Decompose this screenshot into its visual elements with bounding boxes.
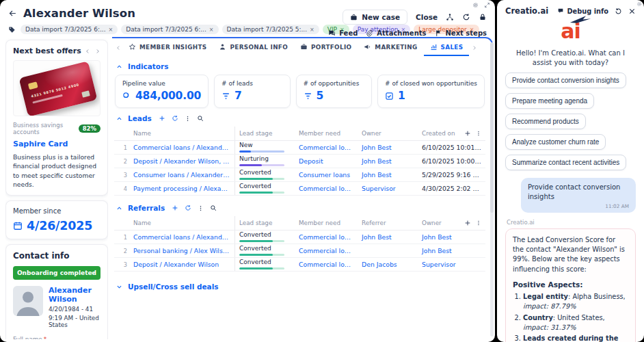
chevron-up-icon[interactable] (116, 116, 122, 122)
record-name-link[interactable]: Commercial loans / Alexander Wilson, Alp… (129, 233, 234, 241)
record-name-link[interactable]: Deposit / Alexander Wilson, Alpha Busine… (129, 157, 234, 165)
tab-portfolio[interactable]: PORTFOLIO (294, 39, 358, 56)
section-title-indicators[interactable]: Indicators (128, 62, 168, 70)
record-name-link[interactable]: Consumer loans / Alexander Wilson, Alpha… (129, 171, 234, 179)
section-title-leads[interactable]: Leads (128, 114, 152, 122)
debug-info-button[interactable]: Debug info (557, 8, 608, 15)
gear-icon[interactable] (636, 1, 642, 7)
plus-icon[interactable] (172, 205, 178, 211)
tabs-scroll-right-icon[interactable] (472, 45, 477, 51)
tag-pill[interactable]: Data import 7/3/2025 5:...× (222, 25, 319, 34)
ai-message-p1: The Lead Conversion Score for the contac… (513, 235, 628, 274)
table-row[interactable]: 1Commercial loans / Alexander Wilson, Al… (114, 141, 485, 155)
tag-close-icon[interactable]: × (310, 27, 314, 33)
kebab-icon[interactable] (476, 220, 481, 226)
chevron-down-icon[interactable] (116, 284, 122, 290)
referrer-link[interactable]: John Best (358, 233, 418, 241)
owner-link[interactable]: John Best (418, 233, 485, 241)
refresh-icon[interactable] (462, 13, 470, 21)
tag-pill[interactable]: Data import 7/3/2025 6:...× (121, 25, 218, 34)
suggestion-chip[interactable]: Recommend products (505, 114, 586, 129)
member-need-link[interactable]: Commercial loans (295, 185, 358, 192)
scrollbar[interactable] (490, 42, 494, 337)
tabs-scroll-left-icon[interactable] (116, 45, 121, 51)
plus-icon[interactable] (464, 130, 471, 137)
refresh-icon[interactable] (172, 115, 178, 122)
search-icon[interactable] (197, 115, 204, 122)
chevron-left-icon[interactable] (85, 49, 90, 54)
suggestion-chip[interactable]: Prepare meeting agenda (505, 93, 594, 109)
offer-product-link[interactable]: Saphire Card (13, 140, 100, 148)
referrer-link[interactable]: Den Jacobs (358, 261, 418, 268)
table-row[interactable]: 1Commercial loans / Alexander Wilson, Al… (114, 231, 485, 244)
plus-icon[interactable] (159, 115, 165, 122)
table-row[interactable]: 2Deposit / Alexander Wilson, Alpha Busin… (114, 155, 485, 168)
gear-icon[interactable] (472, 2, 479, 8)
tab-personal-info[interactable]: PERSONAL INFO (213, 39, 294, 56)
row-number-header (114, 220, 129, 226)
indicator-number: 1 (398, 90, 405, 102)
owner-link[interactable]: John Best (358, 144, 418, 151)
record-name-link[interactable]: Personal banking / Alex Wilson, Alpha Bu… (129, 247, 234, 254)
tag-close-icon[interactable]: × (340, 27, 345, 33)
chevron-up-icon[interactable] (116, 205, 122, 211)
next-steps-button[interactable]: Next steps (435, 29, 487, 37)
table-row[interactable]: 2Personal banking / Alex Wilson, Alpha B… (114, 244, 485, 258)
member-need-link[interactable]: Commercial loans (295, 233, 358, 241)
column-header: Lead stage (234, 216, 295, 230)
contact-name-link[interactable]: Alexander Wilson (49, 286, 100, 304)
tab-member-insights[interactable]: MEMBER INSIGHTS (122, 39, 213, 56)
chevron-right-icon[interactable] (95, 49, 100, 54)
refresh-icon[interactable] (185, 205, 191, 211)
tag-close-icon[interactable]: × (401, 27, 406, 33)
tab-marketing[interactable]: MARKETING (358, 39, 423, 56)
owner-link[interactable]: Supervisor (358, 185, 418, 192)
tag-close-icon[interactable]: × (470, 27, 474, 33)
column-header-label: Member need (299, 130, 340, 137)
ai-item-impact: impact: 31.37% (523, 324, 576, 331)
member-need-link[interactable]: Commercial loans (295, 261, 358, 268)
suggestion-chip[interactable]: Provide contact conversion insights (505, 73, 626, 88)
search-icon[interactable] (210, 205, 217, 211)
member-need-link[interactable]: Commercial loans (295, 247, 358, 254)
hierarchy-icon[interactable] (446, 13, 454, 21)
tag-close-icon[interactable]: × (109, 27, 113, 33)
reset-icon[interactable] (615, 8, 622, 15)
record-name-link[interactable]: Commercial loans / Alexander Wilson, Alp… (129, 144, 234, 151)
plus-icon[interactable] (464, 220, 471, 226)
table-row[interactable]: 4Payment processing / Alexander WilsonCo… (114, 182, 485, 196)
suggestion-chip[interactable]: Analyze customer churn rate (505, 134, 606, 150)
member-need-link[interactable]: Consumer loans (295, 171, 358, 179)
table-row[interactable]: 3Deposit / Alexander WilsonConvertedComm… (114, 258, 485, 272)
close-button[interactable]: Close (416, 13, 438, 21)
section-title-upsell[interactable]: Upsell/Cross sell deals (128, 282, 219, 291)
member-need-link[interactable]: Deposit (295, 157, 358, 165)
onboarding-status-button[interactable]: Onboarding completed (13, 266, 100, 280)
tab-sales[interactable]: SALES (424, 39, 470, 56)
ai-item-impact: impact: 87.79% (523, 302, 576, 310)
record-name-link[interactable]: Payment processing / Alexander Wilson (129, 185, 234, 192)
owner-link[interactable]: John Best (358, 157, 418, 165)
owner-link[interactable]: John Best (358, 171, 418, 179)
tab-service[interactable]: SERVICE (469, 39, 470, 56)
close-icon[interactable] (628, 8, 636, 15)
expand-icon[interactable] (484, 2, 490, 8)
kebab-icon[interactable] (476, 131, 481, 136)
lock-icon[interactable] (479, 13, 487, 21)
attachments-button[interactable]: Attachments (366, 29, 426, 37)
tag-close-icon[interactable]: × (209, 27, 214, 33)
kebab-icon[interactable] (185, 116, 191, 122)
section-title-referrals[interactable]: Referrals (128, 204, 165, 212)
record-name-link[interactable]: Deposit / Alexander Wilson (129, 261, 234, 268)
chevron-up-icon[interactable] (116, 64, 122, 70)
funnel-icon (304, 92, 312, 101)
owner-link[interactable]: John Best (418, 247, 485, 254)
owner-link[interactable]: Supervisor (418, 261, 485, 268)
new-case-button[interactable]: New case (343, 10, 407, 25)
back-icon[interactable] (8, 9, 17, 18)
table-row[interactable]: 3Consumer loans / Alexander Wilson, Alph… (114, 168, 485, 182)
member-need-link[interactable]: Commercial loans (295, 144, 358, 151)
tag-pill[interactable]: Data import 7/3/2025 6:...× (21, 25, 118, 34)
kebab-icon[interactable] (198, 205, 204, 211)
suggestion-chip[interactable]: Summarize contact recent activities (505, 155, 626, 170)
